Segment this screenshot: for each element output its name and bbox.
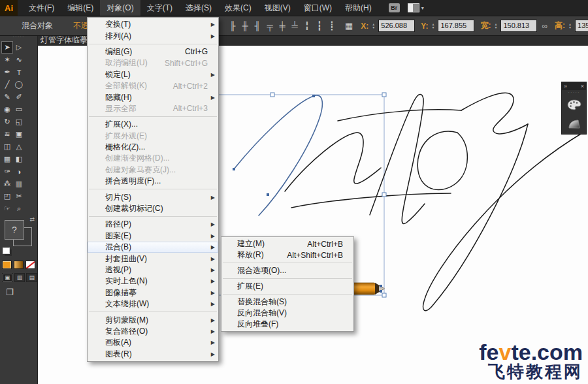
menu-item[interactable]: 切片(S) ▶ — [88, 191, 218, 202]
selected-path[interactable] — [234, 95, 322, 216]
paintbrush-tool[interactable]: ✎ — [1, 91, 13, 103]
menu-item[interactable]: 图表(R) ▶ — [88, 349, 218, 360]
symbol-sprayer-tool[interactable]: ⁂ — [1, 178, 13, 190]
slice-tool[interactable]: ✂ — [13, 190, 25, 202]
color-button[interactable] — [2, 261, 12, 269]
align-left-icon[interactable]: ╟ — [228, 21, 237, 31]
menu-item[interactable]: 图像描摹 ▶ — [88, 287, 218, 298]
menu-item[interactable]: 创建对象马赛克(J)... — [88, 165, 218, 176]
reference-point-icon[interactable]: ▦ — [345, 21, 353, 31]
eyedropper-tool[interactable]: ✑ — [1, 165, 13, 178]
hand-tool[interactable]: ☞ — [1, 202, 13, 215]
screen-mode-button[interactable]: ❐ — [6, 287, 14, 297]
menu-item[interactable]: 扩展(E) — [221, 281, 353, 292]
menu-item[interactable]: 替换混合轴(S) — [221, 296, 353, 308]
menu-item[interactable]: 创建裁切标记(C) — [88, 203, 218, 214]
gradient-panel-button[interactable] — [562, 114, 586, 134]
distribute-top-icon[interactable]: ╏ — [302, 21, 312, 31]
align-center-horizontal-icon[interactable]: ╫ — [240, 21, 250, 31]
blend-tool[interactable]: ◑ — [13, 165, 25, 178]
eraser-tool[interactable]: ▭ — [13, 103, 25, 116]
fill-stroke-proxy[interactable]: ⇄ ? — [1, 216, 36, 257]
menu-item[interactable]: 编组(G) Ctrl+G — [88, 46, 218, 57]
align-top-icon[interactable]: ╤ — [265, 21, 274, 31]
align-right-icon[interactable]: ╢ — [253, 21, 262, 31]
zoom-tool[interactable]: ⌕ — [13, 202, 25, 215]
menu-item[interactable]: 显示全部 Alt+Ctrl+3 — [88, 103, 218, 114]
menu-item[interactable]: 栅格化(Z)... — [88, 142, 218, 153]
direct-selection-tool[interactable]: ▷ — [13, 41, 25, 54]
perspective-grid-tool[interactable]: △ — [13, 140, 25, 153]
type-tool[interactable]: T — [13, 66, 25, 78]
menu-item[interactable]: 建立(M) Alt+Ctrl+B — [221, 238, 353, 249]
menu-item[interactable]: 隐藏(H) ▶ — [88, 91, 218, 103]
default-fill-stroke-icon[interactable] — [3, 248, 10, 254]
panel-grip[interactable]: ····· — [562, 90, 586, 95]
menubar-item-select[interactable]: 选择(S) — [179, 0, 218, 16]
swap-fill-stroke-icon[interactable]: ⇄ — [29, 216, 35, 223]
menu-item[interactable]: 变换(T) ▶ — [88, 19, 218, 30]
x-stepper[interactable]: ▴▾ — [372, 23, 374, 29]
menu-item[interactable]: 画板(A) ▶ — [88, 337, 218, 348]
distribute-center-icon[interactable]: ┇ — [315, 21, 324, 31]
artboard-tool[interactable]: ◰ — [1, 190, 13, 202]
selection-tool[interactable]: ➤ — [1, 41, 13, 54]
menu-item[interactable]: 路径(P) ▶ — [88, 219, 218, 230]
width-tool[interactable]: ≋ — [1, 128, 13, 140]
draw-inside-mode-button[interactable]: ▤ — [26, 273, 37, 282]
draw-behind-mode-button[interactable]: ▥ — [14, 273, 25, 282]
graph-tool[interactable]: ▥ — [13, 178, 25, 190]
gradient-tool[interactable]: ◧ — [13, 153, 25, 165]
gradient-button[interactable] — [14, 261, 24, 269]
expand-panels-icon[interactable]: » — [564, 82, 567, 90]
menu-item[interactable]: 锁定(L) ▶ — [88, 69, 218, 80]
fill-proxy[interactable]: ? — [5, 220, 24, 240]
ellipse-tool[interactable]: ◯ — [13, 78, 25, 91]
menubar-item-window[interactable]: 窗口(W) — [297, 0, 338, 16]
menu-item[interactable]: 剪切蒙版(M) ▶ — [88, 314, 218, 325]
menu-item[interactable]: 封套扭曲(V) ▶ — [88, 253, 218, 264]
menu-item[interactable]: 文本绕排(W) ▶ — [88, 298, 218, 310]
menu-item[interactable]: 透视(P) ▶ — [88, 264, 218, 276]
menu-item[interactable]: 拼合透明度(F)... — [88, 176, 218, 187]
lasso-tool[interactable]: ∿ — [13, 54, 25, 66]
color-panel-button[interactable] — [562, 95, 586, 114]
align-middle-icon[interactable]: ╪ — [278, 21, 287, 31]
menubar-item-type[interactable]: 文字(T) — [140, 0, 179, 16]
free-transform-tool[interactable]: ▣ — [13, 128, 25, 140]
menubar-item-view[interactable]: 视图(V) — [258, 0, 297, 16]
bridge-button[interactable]: Br — [389, 3, 400, 12]
y-field[interactable]: 167.855 — [438, 20, 474, 32]
menu-item[interactable]: 扩展(X)... — [88, 119, 218, 130]
none-button[interactable] — [25, 261, 35, 269]
y-stepper[interactable]: ▴▾ — [432, 23, 434, 29]
menu-item[interactable]: 复合路径(O) ▶ — [88, 326, 218, 337]
menu-item[interactable]: 全部解锁(K) Alt+Ctrl+2 — [88, 80, 218, 91]
app-logo[interactable]: Ai — [0, 0, 18, 16]
menu-item[interactable]: 反向堆叠(F) — [221, 319, 353, 330]
document-tab[interactable]: 灯管字体临摹 — [41, 35, 88, 46]
close-panel-icon[interactable]: × — [581, 82, 584, 90]
menu-item[interactable]: 混合选项(O)... — [221, 265, 353, 276]
align-bottom-icon[interactable]: ╧ — [290, 21, 299, 31]
shape-builder-tool[interactable]: ◫ — [1, 140, 13, 153]
menubar-item-help[interactable]: 帮助(H) — [338, 0, 378, 16]
distribute-bottom-icon[interactable]: ┋ — [327, 21, 336, 31]
menu-item[interactable]: 释放(R) Alt+Shift+Ctrl+B — [221, 249, 353, 261]
line-segment-tool[interactable]: ╱ — [1, 78, 13, 91]
menubar-item-object[interactable]: 对象(O) — [100, 0, 140, 16]
mesh-tool[interactable]: ▦ — [1, 153, 13, 165]
draw-normal-mode-button[interactable]: ▣ — [2, 273, 13, 282]
width-stepper[interactable]: ▴▾ — [495, 23, 497, 29]
menu-item[interactable]: 图案(E) ▶ — [88, 231, 218, 242]
blob-brush-tool[interactable]: ◉ — [1, 103, 13, 116]
magic-wand-tool[interactable]: ✶ — [1, 54, 13, 66]
menubar-item-file[interactable]: 文件(F) — [22, 0, 61, 16]
width-field[interactable]: 150.813 — [500, 20, 537, 32]
menubar-item-effect[interactable]: 效果(C) — [218, 0, 258, 16]
menubar-item-edit[interactable]: 编辑(E) — [61, 0, 100, 16]
scale-tool[interactable]: ◱ — [13, 116, 25, 128]
menu-item[interactable]: 取消编组(U) Shift+Ctrl+G — [88, 57, 218, 69]
menu-item[interactable]: 创建渐变网格(D)... — [88, 153, 218, 164]
pencil-tool[interactable]: ✐ — [13, 91, 25, 103]
